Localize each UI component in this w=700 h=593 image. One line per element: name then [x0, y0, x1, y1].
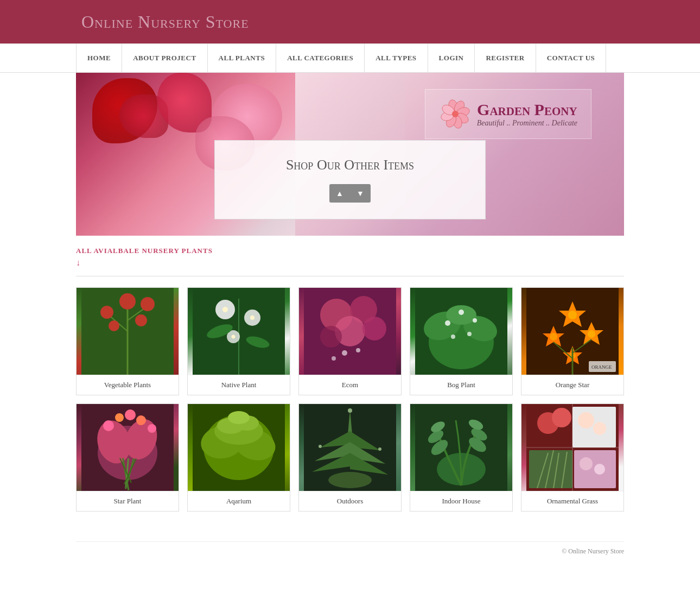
svg-point-74 [136, 415, 146, 425]
svg-point-33 [320, 326, 342, 348]
plant-card-outdoors[interactable]: Outdoors [298, 403, 402, 512]
plant-card-ornamental[interactable]: Ornamental Grass [521, 403, 624, 512]
carousel-controls: ▲ ▼ [269, 184, 431, 203]
nav-register[interactable]: REGISTER [475, 44, 536, 72]
plant-image-vegetable [77, 288, 179, 375]
section-divider [76, 276, 624, 276]
svg-point-50 [568, 311, 577, 319]
plant-name-indoor: Indoor House [410, 491, 512, 511]
svg-point-34 [362, 317, 386, 340]
svg-point-106 [552, 408, 571, 427]
plant-name-star: Star Plant [77, 491, 179, 511]
plant-card-star[interactable]: Star Plant [76, 403, 179, 512]
plant-card-indoor[interactable]: Indoor House [410, 403, 513, 512]
plant-card-orange[interactable]: ORANGE Orange Star [521, 287, 624, 395]
plant-image-native [188, 288, 290, 375]
svg-point-44 [473, 318, 477, 323]
site-header: Online Nursery Store [0, 0, 700, 43]
nav-about[interactable]: ABOUT PROJECT [122, 44, 207, 72]
plant-name-ornamental: Ornamental Grass [521, 491, 623, 511]
plant-grid-row1: Vegetable Plants [76, 287, 624, 395]
svg-point-85 [328, 472, 372, 488]
plant-image-aquarium [188, 404, 290, 491]
peony-text: Garden Peony Beautiful .. Prominent .. D… [477, 100, 577, 128]
svg-point-35 [342, 350, 347, 356]
svg-point-36 [356, 348, 360, 352]
svg-point-95 [319, 445, 322, 448]
svg-point-52 [550, 333, 557, 340]
peony-icon [439, 98, 472, 130]
svg-point-109 [593, 422, 606, 435]
plant-name-bog: Bog Plant [410, 375, 512, 395]
peony-content: Garden Peony Beautiful .. Prominent .. D… [439, 98, 577, 130]
svg-text:ORANGE: ORANGE [591, 364, 612, 370]
plant-card-native[interactable]: Native Plant [187, 287, 290, 395]
plant-card-aquarium[interactable]: Aqarium [187, 403, 290, 512]
svg-point-17 [109, 320, 119, 331]
plant-image-bog [410, 288, 512, 375]
nav-all-categories[interactable]: ALL CATEGORIES [276, 44, 365, 72]
site-title: Online Nursery Store [81, 12, 249, 32]
peony-subtitle: Beautiful .. Prominent .. Delicate [477, 119, 577, 128]
plant-image-orange: ORANGE [521, 288, 623, 375]
shop-overlay-title: Shop Our Other Items [269, 157, 431, 173]
svg-point-54 [588, 330, 595, 338]
svg-point-46 [451, 335, 455, 339]
nav-all-plants[interactable]: ALL PLANTS [208, 44, 277, 72]
plant-image-outdoors [299, 404, 401, 491]
svg-point-108 [578, 412, 594, 428]
svg-point-45 [459, 310, 464, 315]
peony-title: Garden Peony [477, 100, 577, 119]
svg-point-71 [103, 420, 114, 431]
carousel-up-button[interactable]: ▲ [329, 184, 350, 203]
svg-point-15 [100, 306, 113, 319]
plant-image-indoor [410, 404, 512, 491]
svg-point-16 [141, 297, 155, 311]
svg-point-75 [148, 424, 156, 433]
nav-login[interactable]: LOGIN [428, 44, 475, 72]
plant-name-ecom: Ecom [299, 375, 401, 395]
svg-point-94 [378, 447, 381, 451]
svg-point-37 [332, 356, 336, 361]
plant-image-star [77, 404, 179, 491]
svg-point-24 [250, 316, 254, 320]
section-title: ALL AVIALBALE NURSERY PLANTS [76, 247, 624, 255]
plant-card-ecom[interactable]: Ecom [298, 287, 402, 395]
svg-point-43 [445, 320, 450, 326]
nav-home[interactable]: HOME [76, 44, 122, 72]
plant-name-outdoors: Outdoors [299, 491, 401, 511]
svg-point-22 [222, 307, 228, 312]
navigation: HOME ABOUT PROJECT ALL PLANTS ALL CATEGO… [0, 43, 700, 73]
svg-point-83 [228, 411, 250, 424]
shop-overlay: Shop Our Other Items ▲ ▼ [214, 140, 486, 219]
plant-card-bog[interactable]: Bog Plant [410, 287, 513, 395]
plant-name-native: Native Plant [188, 375, 290, 395]
svg-point-14 [119, 293, 136, 310]
svg-point-9 [452, 111, 459, 117]
svg-point-73 [125, 409, 136, 420]
svg-point-47 [467, 332, 472, 336]
carousel-down-button[interactable]: ▼ [350, 184, 371, 203]
plant-grid-row2: Star Plant Aqarium [76, 403, 624, 512]
svg-point-72 [115, 413, 124, 422]
main-content: ALL AVIALBALE NURSERY PLANTS ↓ Vegeta [76, 236, 624, 531]
footer-text: © Online Nursery Store [562, 547, 624, 555]
svg-point-18 [135, 314, 147, 326]
plant-image-ecom [299, 288, 401, 375]
site-footer: © Online Nursery Store [76, 541, 624, 556]
hero-banner: Garden Peony Beautiful .. Prominent .. D… [76, 73, 624, 236]
svg-point-117 [594, 464, 605, 475]
svg-point-93 [348, 408, 352, 413]
svg-point-116 [580, 457, 593, 470]
plant-image-ornamental [521, 404, 623, 491]
nav-contact[interactable]: CONTACT US [536, 44, 607, 72]
plant-card-vegetable[interactable]: Vegetable Plants [76, 287, 179, 395]
arrow-indicator: ↓ [76, 258, 624, 268]
nav-all-types[interactable]: ALL TYPES [365, 44, 428, 72]
plant-name-aquarium: Aqarium [188, 491, 290, 511]
plant-name-vegetable: Vegetable Plants [77, 375, 179, 395]
plant-name-orange: Orange Star [521, 375, 623, 395]
svg-point-26 [232, 335, 236, 339]
hero-peony-box: Garden Peony Beautiful .. Prominent .. D… [425, 89, 591, 139]
